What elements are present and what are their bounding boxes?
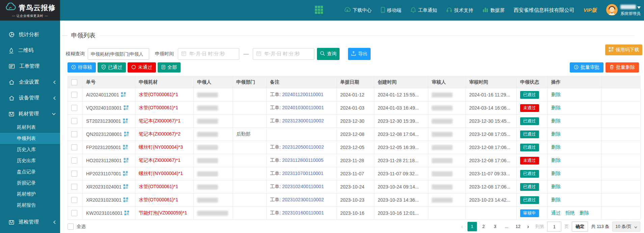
end-date-input[interactable]: 年-月-日 时:分:秒: [253, 48, 314, 60]
select-all-checkbox[interactable]: [71, 79, 77, 85]
nav-download-center[interactable]: 下载中心: [344, 7, 372, 13]
nav-tech-support[interactable]: 技术支持: [446, 7, 473, 14]
row-action-delete[interactable]: 删除: [551, 144, 561, 150]
work-order-link[interactable]: 2023102300110002: [282, 197, 324, 202]
sidebar-item-consumable-maintenance[interactable]: 耗材维护: [0, 188, 60, 200]
sidebar-item-consumable-list[interactable]: 耗材列表: [0, 122, 60, 133]
cell-department: [233, 154, 267, 167]
page-number-3[interactable]: 3: [490, 222, 500, 231]
sidebar-item-consumable-report[interactable]: 耗材报告: [0, 200, 60, 211]
row-checkbox[interactable]: [71, 184, 77, 190]
cell-audit-time: 2023-12-08 17:06...: [466, 180, 517, 194]
sidebar-item-loss-records[interactable]: 折损记录: [0, 177, 60, 188]
sidebar-item-enterprise-settings[interactable]: 企业设置: [0, 74, 60, 90]
batch-approve-button[interactable]: 批量审批: [570, 62, 603, 72]
status-badge: 已通过: [520, 91, 539, 99]
row-action-approve[interactable]: 通过: [551, 210, 561, 215]
vip-badge[interactable]: VIP版: [584, 7, 597, 13]
cell-auditor: [428, 101, 466, 115]
claim-qr-icon[interactable]: [121, 92, 126, 97]
cell-actions: 删除: [548, 115, 602, 128]
sidebar-item-history-outbound[interactable]: 历史出库: [0, 155, 60, 166]
work-order-link[interactable]: 2023112800110005: [282, 157, 324, 163]
sidebar-item-workorders[interactable]: 工单管理: [0, 58, 60, 74]
sidebar-item-equipment[interactable]: 设备管理: [0, 90, 60, 106]
sidebar-item-inspection[interactable]: 巡检管理: [0, 214, 60, 230]
row-action-delete[interactable]: 删除: [551, 184, 561, 189]
sidebar-item-consumables[interactable]: 耗材管理: [0, 106, 60, 122]
sidebar-item-history-inbound[interactable]: 历史入库: [0, 144, 60, 155]
row-checkbox[interactable]: [71, 105, 77, 111]
start-date-input[interactable]: 年-月-日 时:分:秒: [178, 48, 239, 60]
table-row: AI20240112001水管(OT000061)*1工单:2024011200…: [68, 88, 641, 101]
claim-qr-icon[interactable]: [123, 145, 128, 150]
cell-department: [233, 167, 267, 180]
page-number-12[interactable]: 12: [513, 222, 523, 231]
claim-qr-icon[interactable]: [124, 210, 129, 215]
filter-approved-button[interactable]: 已通过: [98, 62, 126, 72]
work-order-link[interactable]: 2024011200110001: [282, 92, 324, 97]
claim-qr-icon[interactable]: [123, 171, 128, 176]
row-action-delete[interactable]: 删除: [551, 131, 561, 137]
date-range-separator: —: [243, 51, 249, 57]
row-action-delete[interactable]: 删除: [551, 157, 561, 163]
work-order-link[interactable]: 2023120500110002: [282, 144, 324, 150]
work-order-link[interactable]: 2023102400110001: [282, 184, 324, 189]
row-action-delete[interactable]: 删除: [551, 171, 561, 176]
work-order-link[interactable]: 2023123000110002: [282, 118, 324, 123]
row-action-delete[interactable]: 删除: [551, 105, 561, 110]
work-order-link[interactable]: 2023101600110001: [282, 210, 324, 215]
row-checkbox[interactable]: [71, 118, 77, 124]
row-checkbox[interactable]: [71, 157, 77, 164]
row-checkbox[interactable]: [71, 131, 77, 137]
sidebar-item-claim-list[interactable]: 申领列表: [0, 133, 60, 144]
row-action-delete[interactable]: 删除: [580, 210, 589, 215]
row-checkbox[interactable]: [71, 197, 77, 203]
next-page-icon[interactable]: ›: [526, 223, 531, 230]
table-row: XR20231023001水管(OT000061)*1工单:2023102300…: [68, 194, 641, 207]
goto-page-input[interactable]: [547, 222, 561, 232]
filter-all-button[interactable]: 全部: [158, 62, 181, 72]
query-button[interactable]: 查询: [317, 48, 340, 60]
filter-pending-button[interactable]: 待审核: [68, 62, 96, 72]
row-checkbox[interactable]: [71, 171, 77, 177]
filter-rejected-button[interactable]: 未通过: [128, 62, 156, 72]
footer-select-all-checkbox[interactable]: [68, 224, 74, 230]
sidebar-item-statistics[interactable]: 统计分析: [0, 27, 60, 42]
work-order-link[interactable]: 2024010300110001: [282, 105, 324, 110]
work-order-link[interactable]: 2023110700110001: [282, 171, 324, 176]
claim-qr-icon[interactable]: [124, 158, 129, 163]
user-menu[interactable]: 系统管理员: [606, 4, 641, 17]
sidebar-item-stocktake-records[interactable]: 盘点记录: [0, 166, 60, 177]
cell-applicant: [194, 128, 233, 141]
claim-qr-icon[interactable]: [124, 105, 129, 110]
row-action-delete[interactable]: 删除: [551, 92, 561, 97]
row-checkbox[interactable]: [71, 144, 77, 150]
apps-grid-icon[interactable]: [315, 5, 323, 15]
nav-mobile[interactable]: 移动端: [381, 7, 401, 14]
cell-actions: 删除: [548, 128, 602, 141]
goto-confirm-button[interactable]: 确定: [572, 222, 588, 232]
sidebar-item-qrcode[interactable]: 二维码: [0, 42, 60, 58]
claim-code-download-button[interactable]: 领用码下载: [605, 45, 642, 55]
claim-qr-icon[interactable]: [123, 197, 128, 202]
claim-qr-icon[interactable]: [123, 184, 128, 189]
claim-qr-icon[interactable]: [123, 118, 128, 123]
row-checkbox[interactable]: [71, 210, 77, 216]
claim-qr-icon[interactable]: [124, 132, 129, 137]
batch-delete-button[interactable]: 批量删除: [606, 62, 639, 72]
calendar-icon: [181, 51, 186, 57]
nav-workorder-notify[interactable]: 工单通知: [410, 7, 437, 14]
page-number-1[interactable]: 1: [467, 222, 477, 231]
export-button[interactable]: 导出: [348, 48, 371, 60]
fuzzy-search-input[interactable]: [88, 48, 149, 60]
col-claimed-item: 申领耗材: [135, 76, 194, 88]
prev-page-icon[interactable]: ‹: [460, 223, 464, 230]
row-action-delete[interactable]: 删除: [551, 197, 561, 202]
row-action-delete[interactable]: 删除: [551, 118, 561, 123]
row-checkbox[interactable]: [71, 92, 77, 98]
page-number-2[interactable]: 2: [479, 222, 488, 231]
row-action-reject[interactable]: 拒绝: [565, 210, 575, 215]
page-size-select[interactable]: 10 条/页: [612, 222, 640, 232]
nav-data-screen[interactable]: 数据屏: [482, 7, 505, 13]
